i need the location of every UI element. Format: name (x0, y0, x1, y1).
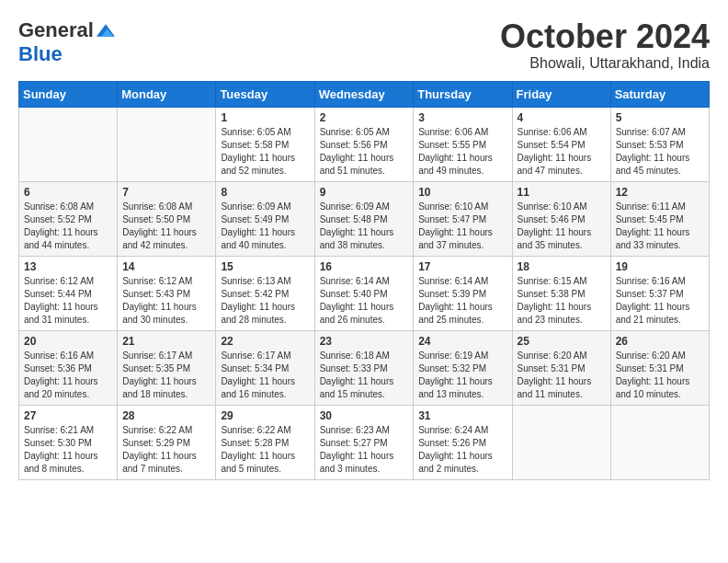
day-number: 17 (418, 260, 506, 273)
calendar-cell: 22Sunrise: 6:17 AMSunset: 5:34 PMDayligh… (216, 330, 314, 405)
calendar-cell (19, 107, 118, 181)
calendar-header-friday: Friday (512, 81, 610, 107)
day-number: 13 (24, 260, 112, 273)
day-info: Sunrise: 6:22 AMSunset: 5:28 PMDaylight:… (221, 425, 295, 474)
day-info: Sunrise: 6:22 AMSunset: 5:29 PMDaylight:… (122, 425, 197, 474)
calendar-week-5: 27Sunrise: 6:21 AMSunset: 5:30 PMDayligh… (19, 405, 710, 479)
day-number: 1 (221, 111, 309, 124)
calendar-header-sunday: Sunday (19, 81, 118, 107)
day-info: Sunrise: 6:13 AMSunset: 5:42 PMDaylight:… (221, 276, 295, 325)
day-info: Sunrise: 6:14 AMSunset: 5:39 PMDaylight:… (418, 276, 493, 325)
calendar-cell: 26Sunrise: 6:20 AMSunset: 5:31 PMDayligh… (610, 330, 709, 405)
day-info: Sunrise: 6:11 AMSunset: 5:45 PMDaylight:… (616, 201, 690, 250)
day-info: Sunrise: 6:05 AMSunset: 5:58 PMDaylight:… (221, 127, 295, 176)
day-number: 10 (418, 186, 506, 199)
day-number: 26 (616, 335, 704, 348)
calendar-cell (610, 405, 709, 479)
calendar-cell: 20Sunrise: 6:16 AMSunset: 5:36 PMDayligh… (19, 330, 118, 405)
calendar-week-2: 6Sunrise: 6:08 AMSunset: 5:52 PMDaylight… (19, 181, 710, 256)
calendar-cell: 25Sunrise: 6:20 AMSunset: 5:31 PMDayligh… (512, 330, 610, 405)
day-info: Sunrise: 6:07 AMSunset: 5:53 PMDaylight:… (616, 127, 690, 176)
calendar-cell: 4Sunrise: 6:06 AMSunset: 5:54 PMDaylight… (512, 107, 610, 181)
day-number: 31 (418, 409, 506, 422)
calendar-cell: 11Sunrise: 6:10 AMSunset: 5:46 PMDayligh… (512, 181, 610, 256)
calendar-cell: 19Sunrise: 6:16 AMSunset: 5:37 PMDayligh… (610, 256, 709, 330)
day-info: Sunrise: 6:06 AMSunset: 5:55 PMDaylight:… (418, 127, 493, 176)
day-number: 14 (122, 260, 210, 273)
day-number: 5 (616, 111, 704, 124)
calendar-cell: 3Sunrise: 6:06 AMSunset: 5:55 PMDaylight… (414, 107, 512, 181)
calendar-cell: 8Sunrise: 6:09 AMSunset: 5:49 PMDaylight… (216, 181, 314, 256)
calendar-cell: 12Sunrise: 6:11 AMSunset: 5:45 PMDayligh… (610, 181, 709, 256)
day-info: Sunrise: 6:23 AMSunset: 5:27 PMDaylight:… (320, 425, 394, 474)
calendar-cell: 9Sunrise: 6:09 AMSunset: 5:48 PMDaylight… (314, 181, 414, 256)
page-header: General Blue October 2024 Bhowali, Uttar… (18, 18, 710, 72)
day-number: 23 (320, 335, 409, 348)
day-number: 6 (24, 186, 112, 199)
calendar-cell: 29Sunrise: 6:22 AMSunset: 5:28 PMDayligh… (216, 405, 314, 479)
day-info: Sunrise: 6:20 AMSunset: 5:31 PMDaylight:… (616, 350, 690, 399)
calendar-cell: 13Sunrise: 6:12 AMSunset: 5:44 PMDayligh… (19, 256, 118, 330)
calendar-week-4: 20Sunrise: 6:16 AMSunset: 5:36 PMDayligh… (19, 330, 710, 405)
calendar-cell (512, 405, 610, 479)
location-title: Bhowali, Uttarakhand, India (500, 55, 710, 72)
day-number: 7 (122, 186, 210, 199)
calendar-cell: 23Sunrise: 6:18 AMSunset: 5:33 PMDayligh… (314, 330, 414, 405)
day-number: 12 (616, 186, 704, 199)
calendar-header-row: SundayMondayTuesdayWednesdayThursdayFrid… (19, 81, 710, 107)
day-info: Sunrise: 6:24 AMSunset: 5:26 PMDaylight:… (418, 425, 493, 474)
day-info: Sunrise: 6:14 AMSunset: 5:40 PMDaylight:… (320, 276, 394, 325)
logo-blue-text: Blue (18, 42, 63, 66)
day-number: 25 (518, 335, 606, 348)
day-info: Sunrise: 6:05 AMSunset: 5:56 PMDaylight:… (320, 127, 394, 176)
calendar-cell: 6Sunrise: 6:08 AMSunset: 5:52 PMDaylight… (19, 181, 118, 256)
day-number: 28 (122, 409, 210, 422)
day-info: Sunrise: 6:06 AMSunset: 5:54 PMDaylight:… (518, 127, 592, 176)
day-number: 24 (418, 335, 506, 348)
day-info: Sunrise: 6:12 AMSunset: 5:43 PMDaylight:… (122, 276, 197, 325)
calendar-header-monday: Monday (118, 81, 216, 107)
calendar-cell: 17Sunrise: 6:14 AMSunset: 5:39 PMDayligh… (414, 256, 512, 330)
day-info: Sunrise: 6:16 AMSunset: 5:36 PMDaylight:… (24, 350, 98, 399)
calendar-cell: 28Sunrise: 6:22 AMSunset: 5:29 PMDayligh… (118, 405, 216, 479)
day-info: Sunrise: 6:17 AMSunset: 5:35 PMDaylight:… (122, 350, 197, 399)
calendar-week-1: 1Sunrise: 6:05 AMSunset: 5:58 PMDaylight… (19, 107, 710, 181)
day-info: Sunrise: 6:21 AMSunset: 5:30 PMDaylight:… (24, 425, 98, 474)
calendar-cell: 31Sunrise: 6:24 AMSunset: 5:26 PMDayligh… (414, 405, 512, 479)
day-info: Sunrise: 6:19 AMSunset: 5:32 PMDaylight:… (418, 350, 493, 399)
day-number: 29 (221, 409, 309, 422)
calendar-cell: 10Sunrise: 6:10 AMSunset: 5:47 PMDayligh… (414, 181, 512, 256)
calendar-cell: 14Sunrise: 6:12 AMSunset: 5:43 PMDayligh… (118, 256, 216, 330)
day-info: Sunrise: 6:09 AMSunset: 5:48 PMDaylight:… (320, 201, 394, 250)
logo-icon (97, 21, 115, 40)
calendar-cell: 2Sunrise: 6:05 AMSunset: 5:56 PMDaylight… (314, 107, 414, 181)
title-block: October 2024 Bhowali, Uttarakhand, India (500, 18, 710, 72)
day-info: Sunrise: 6:17 AMSunset: 5:34 PMDaylight:… (221, 350, 295, 399)
day-number: 9 (320, 186, 409, 199)
month-title: October 2024 (500, 18, 710, 55)
day-number: 21 (122, 335, 210, 348)
calendar-cell (118, 107, 216, 181)
day-info: Sunrise: 6:10 AMSunset: 5:46 PMDaylight:… (518, 201, 592, 250)
day-number: 18 (518, 260, 606, 273)
day-number: 11 (518, 186, 606, 199)
day-number: 16 (320, 260, 409, 273)
calendar-cell: 7Sunrise: 6:08 AMSunset: 5:50 PMDaylight… (118, 181, 216, 256)
day-info: Sunrise: 6:09 AMSunset: 5:49 PMDaylight:… (221, 201, 295, 250)
day-info: Sunrise: 6:16 AMSunset: 5:37 PMDaylight:… (616, 276, 690, 325)
calendar-cell: 18Sunrise: 6:15 AMSunset: 5:38 PMDayligh… (512, 256, 610, 330)
day-info: Sunrise: 6:20 AMSunset: 5:31 PMDaylight:… (518, 350, 592, 399)
day-number: 3 (418, 111, 506, 124)
day-number: 2 (320, 111, 409, 124)
calendar-header-thursday: Thursday (414, 81, 512, 107)
calendar-header-wednesday: Wednesday (314, 81, 414, 107)
day-info: Sunrise: 6:18 AMSunset: 5:33 PMDaylight:… (320, 350, 394, 399)
day-number: 22 (221, 335, 309, 348)
calendar-table: SundayMondayTuesdayWednesdayThursdayFrid… (18, 81, 710, 480)
day-number: 4 (518, 111, 606, 124)
calendar-cell: 21Sunrise: 6:17 AMSunset: 5:35 PMDayligh… (118, 330, 216, 405)
day-number: 8 (221, 186, 309, 199)
day-info: Sunrise: 6:12 AMSunset: 5:44 PMDaylight:… (24, 276, 98, 325)
day-info: Sunrise: 6:08 AMSunset: 5:52 PMDaylight:… (24, 201, 98, 250)
day-number: 20 (24, 335, 112, 348)
